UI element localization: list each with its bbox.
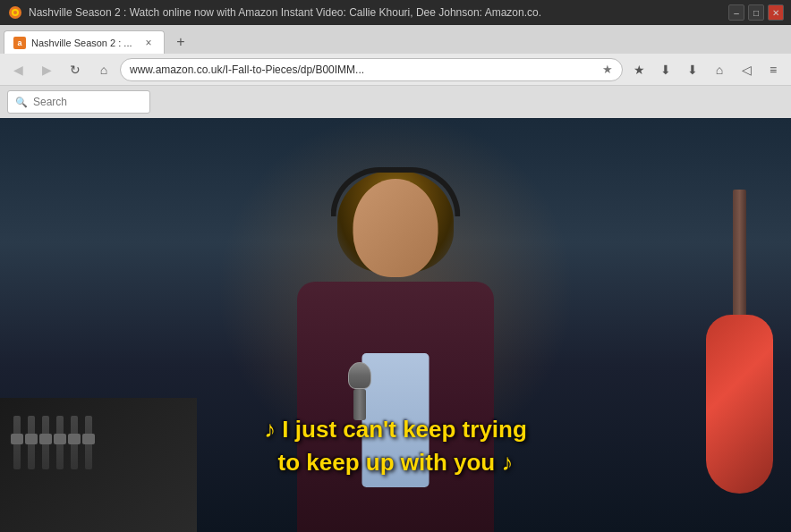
fader-2 <box>28 416 35 469</box>
browser-tab[interactable]: a Nashville Season 2 : ... × <box>4 30 165 54</box>
close-button[interactable]: ✕ <box>768 4 784 21</box>
navigation-bar: ◀ ▶ ↻ ⌂ ★ ★ ⬇ ⬇ ⌂ ◁ ≡ <box>0 54 791 86</box>
tab-close-button[interactable]: × <box>142 37 155 49</box>
address-bar[interactable]: ★ <box>120 58 623 81</box>
nav-extras: ★ ⬇ ⬇ ⌂ ◁ ≡ <box>626 57 786 82</box>
search-bar: 🔍 <box>0 86 791 118</box>
refresh-button[interactable]: ↻ <box>63 57 88 82</box>
window-title: Nashville Season 2 : Watch online now wi… <box>29 6 723 19</box>
bookmark-button[interactable]: ★ <box>626 57 651 82</box>
video-player[interactable]: ♪ I just can't keep trying to keep up wi… <box>0 118 791 532</box>
title-bar: Nashville Season 2 : Watch online now wi… <box>0 0 791 25</box>
search-input-wrap[interactable]: 🔍 <box>7 90 150 114</box>
search-icon: 🔍 <box>15 97 28 108</box>
maximize-button[interactable]: □ <box>748 4 764 21</box>
person-head <box>353 179 438 277</box>
search-input[interactable] <box>33 96 140 108</box>
faders <box>0 398 197 487</box>
mixing-board <box>0 398 197 532</box>
tab-bar: a Nashville Season 2 : ... × + <box>0 25 791 54</box>
fader-1 <box>13 416 21 469</box>
new-tab-button[interactable]: + <box>168 30 193 54</box>
back-button[interactable]: ◀ <box>5 57 30 82</box>
tab-favicon: a <box>13 37 26 49</box>
home-nav-button[interactable]: ⌂ <box>707 57 732 82</box>
guitar-prop <box>702 190 773 494</box>
home-button[interactable]: ⌂ <box>91 57 116 82</box>
fader-6 <box>85 416 92 469</box>
pocket-button[interactable]: ⬇ <box>653 57 678 82</box>
fader-5 <box>71 416 78 469</box>
back-nav-button[interactable]: ◁ <box>734 57 759 82</box>
address-icons: ★ <box>602 63 613 76</box>
window-controls: – □ ✕ <box>728 4 784 21</box>
minimize-button[interactable]: – <box>728 4 744 21</box>
tab-label: Nashville Season 2 : ... <box>31 38 137 48</box>
overflow-button[interactable]: ≡ <box>761 57 786 82</box>
download-button[interactable]: ⬇ <box>680 57 705 82</box>
fader-3 <box>42 416 49 469</box>
forward-button[interactable]: ▶ <box>34 57 59 82</box>
svg-point-2 <box>13 11 17 14</box>
mic-head <box>348 362 371 389</box>
subtitle-overlay: ♪ I just can't keep trying to keep up wi… <box>264 413 527 478</box>
subtitle-line-2: to keep up with you ♪ <box>264 446 527 478</box>
guitar-body <box>706 315 773 494</box>
microphone <box>346 362 373 416</box>
fader-4 <box>56 416 64 469</box>
browser-icon <box>7 4 23 21</box>
address-input[interactable] <box>130 63 597 76</box>
bookmark-star-icon[interactable]: ★ <box>602 63 613 76</box>
subtitle-line-1: ♪ I just can't keep trying <box>264 413 527 445</box>
